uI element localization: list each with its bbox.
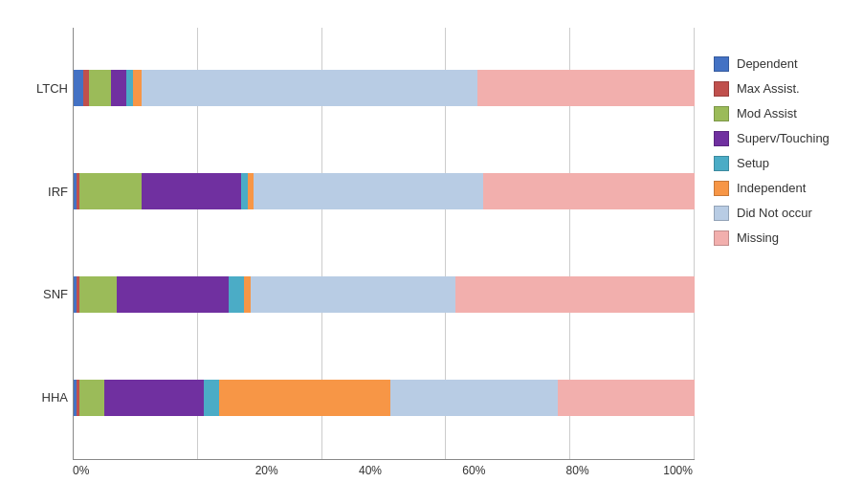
- bar-row: HHA: [74, 377, 695, 419]
- bar-segment: [229, 276, 244, 313]
- x-axis: 0%20%40%60%80%100%: [25, 464, 695, 477]
- legend-item: Mod Assist: [714, 106, 848, 121]
- legend-color: [714, 230, 729, 246]
- bar-segment: [79, 276, 117, 313]
- bar-segment: [142, 70, 476, 106]
- bar-row: SNF: [74, 274, 695, 316]
- y-label: SNF: [28, 287, 68, 301]
- bar-segment: [111, 70, 126, 106]
- legend-label: Mod Assist: [737, 106, 797, 121]
- bar-segment: [74, 70, 83, 106]
- bar-segment: [251, 276, 455, 313]
- legend-label: Superv/Touching: [737, 131, 830, 145]
- legend-item: Max Assist.: [714, 81, 848, 97]
- bar-segment: [79, 380, 104, 416]
- bar-segment: [390, 380, 558, 416]
- legend-color: [714, 81, 729, 97]
- legend-item: Superv/Touching: [714, 131, 848, 146]
- bar-segment: [254, 173, 483, 209]
- legend-label: Dependent: [737, 56, 798, 71]
- x-tick: 100%: [591, 464, 695, 477]
- y-label: IRF: [28, 185, 68, 199]
- legend-item: Missing: [714, 230, 848, 246]
- legend-color: [714, 181, 729, 196]
- legend-color: [714, 106, 729, 121]
- legend-label: Max Assist.: [737, 81, 800, 96]
- bar-segment: [133, 70, 143, 106]
- legend-item: Dependent: [714, 56, 848, 72]
- x-tick: 40%: [280, 464, 384, 477]
- legend-item: Independent: [714, 181, 848, 196]
- x-tick: 80%: [487, 464, 590, 477]
- legend-item: Setup: [714, 156, 848, 171]
- bar-segment: [558, 380, 695, 416]
- legend-color: [714, 156, 729, 171]
- y-label: HHA: [28, 390, 68, 405]
- bar-row: IRF: [74, 170, 695, 212]
- y-label: LTCH: [28, 81, 68, 96]
- legend-color: [714, 206, 729, 221]
- chart-area: LTCHIRFSNFHHA 0%20%40%60%80%100%: [25, 28, 695, 477]
- legend-label: Independent: [737, 181, 806, 195]
- bar-segment: [142, 173, 241, 209]
- bar-segment: [219, 380, 389, 416]
- legend-color: [714, 56, 729, 72]
- bar-segment: [79, 173, 142, 209]
- bar-segment: [104, 380, 204, 416]
- x-tick: 20%: [176, 464, 279, 477]
- bars-outer: LTCHIRFSNFHHA: [73, 28, 695, 460]
- legend-label: Missing: [737, 230, 779, 245]
- bar-segment: [455, 276, 695, 313]
- bar-segment: [477, 70, 695, 106]
- legend-color: [714, 131, 729, 146]
- x-tick: 0%: [73, 464, 176, 477]
- legend-item: Did Not occur: [714, 206, 848, 221]
- legend-label: Setup: [737, 156, 769, 170]
- x-tick: 60%: [384, 464, 487, 477]
- legend-label: Did Not occur: [737, 206, 812, 220]
- bar-segment: [483, 173, 695, 209]
- chart-body: LTCHIRFSNFHHA: [25, 28, 695, 460]
- chart-wrapper: LTCHIRFSNFHHA 0%20%40%60%80%100% Depende…: [15, 18, 848, 487]
- bar-row: LTCH: [74, 67, 695, 109]
- bar-segment: [117, 276, 229, 313]
- legend: DependentMax Assist.Mod AssistSuperv/Tou…: [695, 28, 848, 477]
- bar-segment: [204, 380, 219, 416]
- bar-segment: [89, 70, 111, 106]
